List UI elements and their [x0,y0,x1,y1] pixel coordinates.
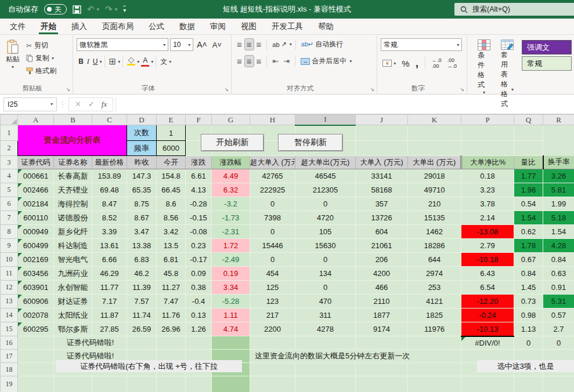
table-header-cell[interactable]: 大单净比% [461,156,514,169]
percent-style-button[interactable]: % [400,57,411,70]
cell[interactable]: -3.2 [212,197,250,211]
cell[interactable]: 210 [408,197,461,211]
cell[interactable]: 11.87 [92,308,127,322]
cell[interactable]: 1.54 [543,225,574,239]
cell[interactable]: 002169 [18,253,54,267]
font-dialog-launcher-icon[interactable]: ↘ [225,86,229,92]
format-as-table-button[interactable]: 套用 表格格式 ▾ [499,38,516,110]
cell[interactable]: 1.96 [514,183,543,197]
cell[interactable]: -0.28 [186,197,212,211]
cell[interactable]: 8.75 [127,197,157,211]
cell[interactable]: 诺德股份 [54,211,92,225]
cell[interactable]: 0.38 [186,281,212,295]
table-header-cell[interactable]: 今开 [157,156,186,169]
wrap-text-button[interactable]: ab↵ 自动换行 [299,38,345,50]
cell[interactable] [127,336,157,350]
column-header-I[interactable]: I [295,115,356,125]
table-header-cell[interactable]: 证券代码 [18,156,54,169]
cell[interactable]: -13.08 [461,225,514,239]
alignment-dialog-launcher-icon[interactable]: ↘ [370,86,375,92]
cell[interactable]: 26.96 [157,322,186,336]
increase-indent-button[interactable]: ⇥ [281,56,291,67]
row-header[interactable]: 5 [1,183,18,197]
cell[interactable]: 0.73 [514,295,543,308]
cell[interactable]: 九洲药业 [54,267,92,281]
cell[interactable]: -0.17 [186,253,212,267]
copy-button[interactable]: 复制 ▾ [24,52,58,64]
cell[interactable]: 603456 [18,267,54,281]
undo-caret-icon[interactable]: ▾ [97,6,100,12]
search-input[interactable]: 搜索(Alt+Q) [454,3,574,16]
cell[interactable]: 0.63 [543,267,574,281]
autosave-toggle[interactable]: 关 [44,4,67,14]
cell[interactable]: 46545 [295,169,356,183]
cell[interactable]: 3.47 [127,225,157,239]
decrease-font-button[interactable]: A˅ [211,39,223,50]
fill-color-button[interactable] [125,56,137,67]
cell[interactable]: 4.74 [212,322,250,336]
cell[interactable]: 4.13 [186,183,212,197]
cell[interactable]: 253 [408,281,461,295]
cell[interactable] [514,376,543,392]
borders-caret-icon[interactable]: ▾ [118,59,120,64]
cell[interactable]: 15446 [250,239,295,253]
cell[interactable]: 0 [295,197,356,211]
cell[interactable]: 2974 [408,267,461,281]
cell[interactable]: 6.66 [92,253,127,267]
cell[interactable]: 7.57 [127,295,157,308]
cell[interactable]: 0.13 [186,308,212,322]
cell[interactable]: 4.49 [212,169,250,183]
column-header-C[interactable]: C [92,115,127,125]
cell[interactable]: 49710 [408,183,461,197]
table-header-cell[interactable]: 涨跌幅 [212,156,250,169]
cell[interactable]: 天齐锂业 [54,183,92,197]
formula-bar-grip[interactable]: ⋮ [59,100,66,108]
cell[interactable]: 0.23 [186,239,212,253]
customize-qat-icon[interactable]: ▾ [123,6,126,13]
cell[interactable]: 7398 [250,211,295,225]
column-header-P[interactable]: P [461,115,514,125]
cell[interactable]: 3.39 [92,225,127,239]
cell[interactable]: 217 [250,308,295,322]
cell[interactable]: 470 [295,295,356,308]
cell[interactable]: 644 [408,253,461,267]
row-header[interactable]: 2 [1,141,18,156]
phonetic-button[interactable]: 文 [158,56,169,68]
cell[interactable] [461,141,514,156]
cell[interactable]: 7.47 [157,295,186,308]
cell[interactable] [157,376,186,392]
tab-开发工具[interactable]: 开发工具 [264,19,311,34]
cell[interactable] [295,336,356,350]
number-format-select[interactable]: 常规 ▾ [381,38,462,51]
cell[interactable]: 0.67 [514,253,543,267]
redo-icon[interactable]: ↷ [105,4,113,14]
cell[interactable]: 0.09 [186,267,212,281]
cell[interactable]: 26.59 [127,322,157,336]
cell[interactable] [356,141,408,156]
column-header-E[interactable]: E [157,115,186,125]
cell[interactable]: 长春高新 [54,169,92,183]
cell[interactable]: 0.84 [514,267,543,281]
increase-font-button[interactable]: A˄ [195,39,209,50]
row-header[interactable]: 14 [1,308,18,322]
cell[interactable] [127,376,157,392]
tab-插入[interactable]: 插入 [64,19,95,34]
row-header[interactable]: 9 [1,239,18,253]
cell[interactable]: 新乡化纤 [54,225,92,239]
cell[interactable]: 1462 [408,225,461,239]
cell[interactable]: 46.2 [127,267,157,281]
table-header-cell[interactable]: 超大单入 (万元) [250,156,295,169]
cell[interactable]: 27.85 [92,322,127,336]
cell[interactable]: 8.56 [157,211,186,225]
cell[interactable]: 4.28 [543,239,574,253]
start-refresh-button[interactable]: 开始刷新 [201,134,264,151]
cell[interactable] [250,336,295,350]
cell[interactable]: 600906 [18,295,54,308]
cell[interactable]: 1.72 [212,239,250,253]
decrease-indent-button[interactable]: ⇤ [270,56,280,67]
cell-freq-label[interactable]: 频率 [127,141,157,156]
cell[interactable]: 13.38 [127,239,157,253]
cell[interactable]: 0.18 [461,169,514,183]
format-painter-button[interactable]: 格式刷 [24,65,58,77]
column-header-F[interactable]: F [186,115,212,125]
